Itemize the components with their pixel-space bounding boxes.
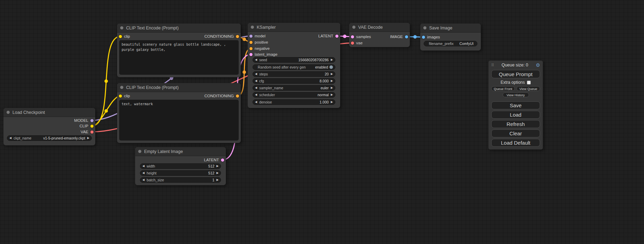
output-slot-image[interactable]: [405, 35, 408, 38]
output-slot-latent-label: LATENT: [318, 34, 333, 38]
width-widget[interactable]: ◀ width 512 ▶: [140, 163, 221, 169]
increment-arrow-icon[interactable]: ▶: [331, 101, 333, 103]
input-slot-images[interactable]: [422, 36, 425, 39]
increment-arrow-icon[interactable]: ▶: [331, 58, 333, 61]
node-title: Save Image: [429, 26, 452, 30]
decrement-arrow-icon[interactable]: ◀: [9, 137, 11, 139]
input-slot-positive[interactable]: [249, 41, 253, 44]
node-clip-text-encode-positive[interactable]: CLIP Text Encode (Prompt) clip CONDITION…: [117, 24, 241, 77]
increment-arrow-icon[interactable]: ▶: [331, 93, 333, 96]
output-slot-clip[interactable]: [90, 125, 94, 128]
load-button[interactable]: Load: [491, 111, 540, 119]
decrement-arrow-icon[interactable]: ◀: [255, 93, 257, 96]
input-slot-clip[interactable]: [119, 94, 122, 98]
view-history-button[interactable]: View History: [503, 92, 529, 97]
sampler-name-widget[interactable]: ◀ sampler_name euler ▶: [253, 85, 335, 91]
batch-size-widget[interactable]: ◀ batch_size 1 ▶: [140, 177, 221, 183]
input-slot-latent-image[interactable]: [249, 53, 253, 56]
decrement-arrow-icon[interactable]: ◀: [142, 179, 144, 181]
node-title: VAE Decode: [358, 25, 383, 30]
queue-size-label: Queue size: 0: [502, 63, 528, 67]
widget-value: 156680208700286: [298, 58, 329, 62]
input-slot-images-label: images: [427, 35, 440, 39]
node-title: CLIP Text Encode (Prompt): [126, 85, 179, 90]
node-collapse-dot[interactable]: [138, 150, 141, 153]
node-collapse-dot[interactable]: [352, 26, 355, 29]
filename-prefix-widget[interactable]: filename_prefix ComfyUI: [424, 41, 477, 46]
widget-label: cfg: [259, 79, 319, 83]
input-slot-samples[interactable]: [351, 35, 354, 38]
increment-arrow-icon[interactable]: ▶: [217, 165, 219, 168]
node-collapse-dot[interactable]: [251, 26, 254, 29]
node-title-bar[interactable]: VAE Decode: [349, 23, 410, 32]
increment-arrow-icon[interactable]: ▶: [87, 137, 89, 139]
decrement-arrow-icon[interactable]: ◀: [255, 80, 257, 82]
node-clip-text-encode-negative[interactable]: CLIP Text Encode (Prompt) clip CONDITION…: [117, 83, 241, 143]
decrement-arrow-icon[interactable]: ◀: [255, 73, 257, 75]
node-collapse-dot[interactable]: [120, 86, 123, 89]
decrement-arrow-icon[interactable]: ◀: [142, 172, 144, 174]
queue-front-button[interactable]: Queue Front: [491, 86, 515, 91]
denoise-widget[interactable]: ◀ denoise 1.000 ▶: [253, 99, 335, 105]
output-slot-conditioning[interactable]: [236, 35, 239, 38]
input-slot-vae[interactable]: [351, 42, 354, 45]
increment-arrow-icon[interactable]: ▶: [331, 87, 333, 89]
widget-label: height: [147, 171, 208, 175]
node-collapse-dot[interactable]: [7, 111, 10, 114]
input-slot-clip[interactable]: [119, 35, 122, 38]
node-title-bar[interactable]: KSampler: [248, 23, 340, 32]
node-title-bar[interactable]: CLIP Text Encode (Prompt): [117, 83, 241, 92]
extra-options-checkbox[interactable]: [527, 81, 531, 84]
settings-gear-icon[interactable]: ⚙: [536, 63, 540, 67]
output-slot-model[interactable]: [90, 119, 94, 122]
node-title-bar[interactable]: Empty Latent Image: [135, 147, 226, 156]
node-load-checkpoint[interactable]: Load Checkpoint MODEL CLIP VAE ◀ ckpt_na…: [3, 108, 95, 145]
node-title-bar[interactable]: Load Checkpoint: [3, 108, 95, 117]
increment-arrow-icon[interactable]: ▶: [217, 172, 219, 174]
refresh-button[interactable]: Refresh: [491, 120, 540, 128]
random-seed-toggle[interactable]: [329, 65, 333, 69]
widget-value: enabled: [315, 65, 328, 69]
seed-widget[interactable]: ◀ seed 156680208700286 ▶: [253, 57, 335, 63]
drag-handle-icon[interactable]: ⠿: [491, 63, 494, 67]
widget-value: 1: [212, 178, 214, 182]
output-slot-conditioning[interactable]: [236, 94, 239, 98]
increment-arrow-icon[interactable]: ▶: [331, 80, 333, 82]
input-slot-negative[interactable]: [249, 47, 253, 50]
ckpt-name-widget[interactable]: ◀ ckpt_name v1-5-pruned-emaonly.ckpt ▶: [7, 135, 92, 141]
node-ksampler[interactable]: KSampler model positive negative latent_…: [248, 23, 340, 108]
clear-button[interactable]: Clear: [491, 129, 540, 137]
height-widget[interactable]: ◀ height 512 ▶: [140, 170, 221, 176]
queue-prompt-button[interactable]: Queue Prompt: [491, 70, 540, 78]
output-slot-vae[interactable]: [90, 130, 94, 134]
widget-value: 512: [208, 164, 214, 168]
input-slot-model[interactable]: [249, 35, 253, 38]
node-vae-decode[interactable]: VAE Decode samples vae IMAGE: [349, 23, 410, 47]
decrement-arrow-icon[interactable]: ◀: [255, 101, 257, 103]
node-collapse-dot[interactable]: [120, 26, 123, 29]
increment-arrow-icon[interactable]: ▶: [217, 179, 219, 181]
load-default-button[interactable]: Load Default: [491, 139, 540, 147]
prompt-textarea[interactable]: text, watermark: [119, 100, 239, 141]
save-button[interactable]: Save: [491, 101, 540, 109]
output-slot-latent[interactable]: [221, 159, 224, 162]
prompt-textarea[interactable]: beautiful scenery nature glass bottle la…: [119, 40, 239, 75]
output-slot-model-label: MODEL: [74, 118, 88, 123]
comfy-menu-panel[interactable]: ⠿ Queue size: 0 ⚙ Queue Prompt Extra opt…: [488, 61, 543, 150]
view-queue-button[interactable]: View Queue: [517, 86, 540, 91]
node-save-image[interactable]: Save Image images filename_prefix ComfyU…: [420, 24, 481, 51]
steps-widget[interactable]: ◀ steps 20 ▶: [253, 71, 335, 77]
cfg-widget[interactable]: ◀ cfg 8.000 ▶: [253, 78, 335, 84]
random-seed-widget[interactable]: Random seed after every gen enabled: [253, 64, 335, 70]
widget-label: Random seed after every gen: [258, 65, 315, 69]
decrement-arrow-icon[interactable]: ◀: [142, 165, 144, 168]
scheduler-widget[interactable]: ◀ scheduler normal ▶: [253, 92, 335, 98]
node-title-bar[interactable]: Save Image: [420, 24, 481, 33]
node-empty-latent-image[interactable]: Empty Latent Image LATENT ◀ width 512 ▶ …: [135, 147, 226, 185]
decrement-arrow-icon[interactable]: ◀: [255, 87, 257, 89]
increment-arrow-icon[interactable]: ▶: [331, 73, 333, 75]
decrement-arrow-icon[interactable]: ◀: [255, 58, 257, 61]
node-collapse-dot[interactable]: [423, 26, 426, 29]
node-title-bar[interactable]: CLIP Text Encode (Prompt): [117, 24, 241, 33]
output-slot-latent[interactable]: [335, 35, 338, 38]
